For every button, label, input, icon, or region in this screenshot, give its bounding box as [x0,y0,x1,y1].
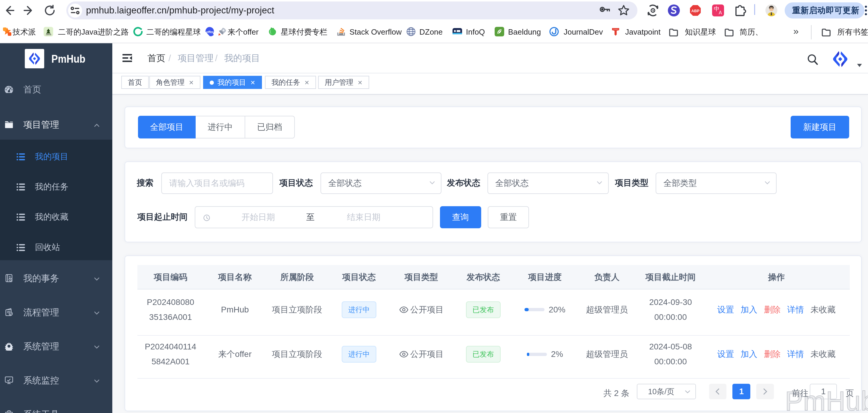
svg-text:A: A [719,10,722,15]
svg-text:offer: offer [206,30,214,34]
svg-text:Java: Java [45,33,51,36]
svg-text:ABP: ABP [691,9,699,13]
